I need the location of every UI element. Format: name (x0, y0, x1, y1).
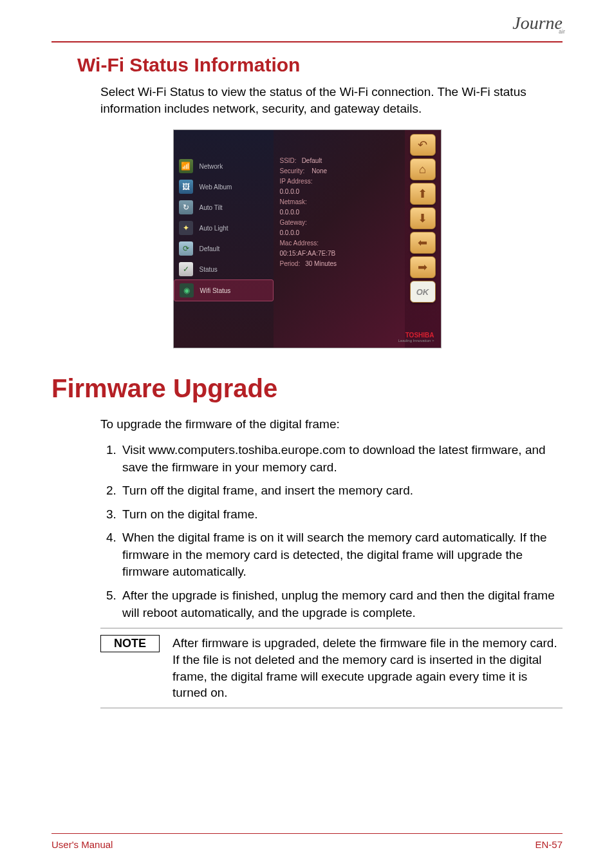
page-footer: User's Manual EN-57 (51, 833, 563, 850)
def-icon: ⟳ (179, 241, 193, 256)
menu-item-network: 📶Network (174, 156, 274, 176)
section-intro: Select Wi-Fi Status to view the status o… (100, 84, 563, 117)
footer-left: User's Manual (51, 839, 113, 850)
menu-item-label: Status (200, 266, 218, 273)
security-value: None (312, 167, 327, 175)
album-icon: 🖼 (179, 180, 193, 194)
menu-item-auto-tilt: ↻Auto Tilt (174, 197, 274, 218)
ok-button: OK (410, 281, 436, 303)
menu-item-label: Default (200, 245, 220, 252)
step-5: After the upgrade is finished, unplug th… (120, 587, 563, 621)
menu-item-label: Wifi Status (200, 287, 231, 294)
step-2: Turn off the digital frame, and insert t… (120, 482, 563, 500)
right-button: ➡ (410, 256, 436, 278)
chapter-intro: To upgrade the firmware of the digital f… (100, 416, 563, 433)
light-icon: ✦ (179, 221, 193, 235)
chapter-heading: Firmware Upgrade (51, 374, 563, 403)
ssid-label: SSID: (280, 157, 297, 164)
menu-item-web-album: 🖼Web Album (174, 176, 274, 197)
home-button: ⌂ (410, 158, 436, 180)
gateway-value: 0.0.0.0 (280, 229, 300, 236)
brand-logo: Journe air (512, 13, 563, 33)
note-block: NOTE After firmware is upgraded, delete … (100, 628, 563, 708)
logo-sub: air (559, 28, 565, 35)
screenshot-button-panel: ↶ ⌂ ⬆ ⬇ ⬅ ➡ OK (405, 130, 441, 348)
up-button: ⬆ (410, 183, 436, 205)
period-label: Period: (280, 260, 301, 267)
mac-label: Mac Address: (280, 240, 319, 247)
ip-value: 0.0.0.0 (280, 188, 300, 195)
note-text: After firmware is upgraded, delete the f… (172, 635, 563, 701)
screenshot-brand: TOSHIBA Leading Innovation > (398, 332, 434, 343)
menu-item-label: Auto Light (200, 225, 228, 232)
header-divider (51, 41, 563, 42)
down-button: ⬇ (410, 207, 436, 229)
screen-brand-name: TOSHIBA (398, 332, 434, 339)
menu-item-default: ⟳Default (174, 238, 274, 259)
back-button: ↶ (410, 134, 436, 156)
logo-script: Journe (512, 13, 563, 33)
footer-right: EN-57 (535, 839, 563, 850)
menu-item-label: Auto Tilt (200, 204, 223, 211)
security-label: Security: (280, 167, 305, 175)
netmask-value: 0.0.0.0 (280, 209, 300, 216)
netmask-label: Netmask: (280, 198, 307, 205)
screenshot-menu-panel: 📶Network🖼Web Album↻Auto Tilt✦Auto Light⟳… (174, 130, 274, 348)
screen-brand-tag: Leading Innovation > (398, 339, 434, 343)
section-heading: Wi-Fi Status Information (77, 54, 563, 76)
ip-label: IP Address: (280, 178, 313, 185)
status-icon: ✓ (179, 262, 193, 276)
tilt-icon: ↻ (179, 200, 193, 214)
menu-item-wifi-status: ◉Wifi Status (174, 279, 274, 301)
menu-item-status: ✓Status (174, 259, 274, 279)
wifi-icon: 📶 (179, 159, 193, 173)
device-screenshot: 📶Network🖼Web Album↻Auto Tilt✦Auto Light⟳… (173, 129, 442, 348)
period-value: 30 Minutes (305, 260, 337, 267)
wstat-icon: ◉ (180, 283, 194, 297)
menu-item-auto-light: ✦Auto Light (174, 218, 274, 238)
step-4: When the digital frame is on it will sea… (120, 529, 563, 581)
mac-value: 00:15:AF:AA:7E:7B (280, 250, 336, 257)
menu-item-label: Web Album (200, 184, 232, 191)
upgrade-steps: Visit www.computers.toshiba.europe.com t… (100, 442, 563, 621)
gateway-label: Gateway: (280, 219, 307, 226)
step-1: Visit www.computers.toshiba.europe.com t… (120, 442, 563, 476)
note-label: NOTE (100, 635, 160, 652)
step-3: Turn on the digital frame. (120, 506, 563, 524)
menu-item-label: Network (200, 163, 223, 170)
left-button: ⬅ (410, 232, 436, 254)
ssid-value: Default (302, 157, 322, 164)
screenshot-info-panel: SSID:Default Security: None IP Address: … (274, 130, 405, 348)
